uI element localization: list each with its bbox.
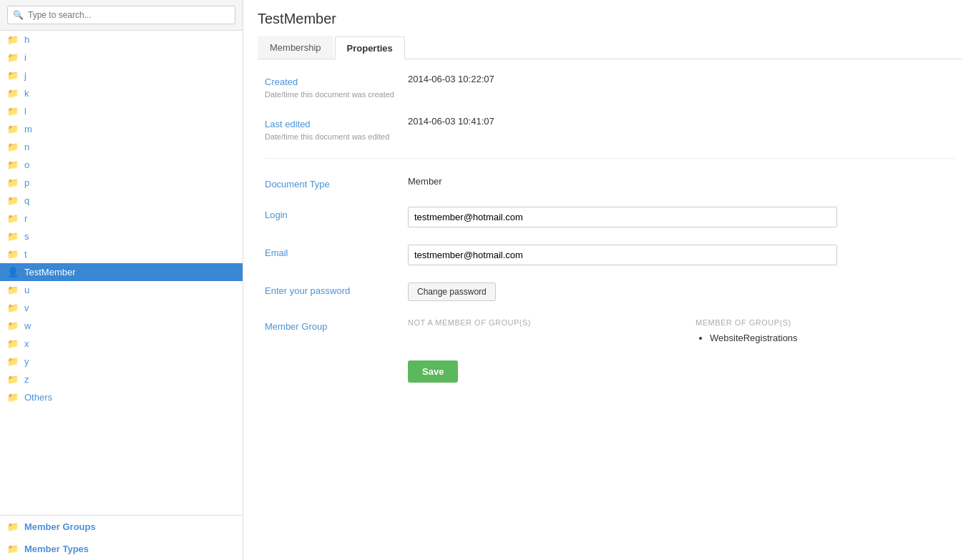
field-document-type: Document Type Member (265, 176, 955, 190)
sidebar-item-m[interactable]: 📁m (0, 120, 243, 138)
field-email: Email (265, 245, 955, 265)
sidebar-item-testmember[interactable]: 👤TestMember (0, 263, 243, 281)
not-member-column: NOT A MEMBER OF GROUP(S) (408, 318, 667, 343)
last-edited-value: 2014-06-03 10:41:07 (408, 116, 955, 127)
sidebar-item-x[interactable]: 📁x (0, 335, 243, 353)
field-created: Created Date/time this document was crea… (265, 74, 955, 99)
folder-icon: 📁 (7, 177, 19, 188)
tabs: Membership Properties (258, 36, 962, 59)
member-column: MEMBER OF GROUP(S) WebsiteRegistrations (696, 318, 955, 343)
sidebar-item-label: i (24, 52, 26, 63)
email-label: Email (265, 247, 408, 258)
sidebar-item-label: p (24, 177, 29, 188)
sidebar-item-s[interactable]: 📁s (0, 227, 243, 245)
sidebar-item-label: s (24, 231, 29, 242)
not-member-title: NOT A MEMBER OF GROUP(S) (408, 318, 667, 327)
folder-icon: 📁 (7, 88, 19, 99)
sidebar-item-label: z (24, 374, 29, 385)
login-label: Login (265, 210, 408, 220)
sidebar-item-others[interactable]: 📁Others (0, 388, 243, 406)
created-label: Created (265, 77, 408, 87)
folder-icon: 📁 (7, 52, 19, 63)
sidebar-item-y[interactable]: 📁y (0, 353, 243, 370)
sidebar-item-label: TestMember (24, 267, 76, 277)
last-edited-label: Last edited (265, 119, 408, 129)
folder-icon: 📁 (7, 544, 19, 554)
sidebar-item-label: Others (24, 392, 52, 403)
member-group-item: WebsiteRegistrations (710, 333, 955, 343)
folder-icon: 📁 (7, 195, 19, 206)
search-container: 🔍 (0, 0, 243, 31)
change-password-button[interactable]: Change password (408, 283, 496, 301)
sidebar-item-label: q (24, 195, 29, 206)
sidebar-item-h[interactable]: 📁h (0, 31, 243, 49)
document-type-value: Member (408, 176, 955, 187)
member-group-label: Member Group (265, 321, 408, 332)
folder-icon: 📁 (7, 320, 19, 331)
sidebar-item-l[interactable]: 📁l (0, 102, 243, 120)
sidebar-item-label: v (24, 303, 29, 313)
sidebar-item-w[interactable]: 📁w (0, 317, 243, 335)
folder-icon: 📁 (7, 374, 19, 385)
sidebar-section-member-types[interactable]: 📁 Member Types (0, 538, 243, 560)
sidebar-item-j[interactable]: 📁j (0, 67, 243, 84)
last-edited-sublabel: Date/time this document was edited (265, 132, 408, 141)
folder-icon: 📁 (7, 231, 19, 242)
sidebar-item-label: o (24, 159, 29, 170)
folder-icon: 📁 (7, 159, 19, 170)
sidebar-section-member-groups-label: Member Groups (24, 521, 96, 532)
search-input[interactable] (7, 6, 235, 24)
folder-icon: 📁 (7, 285, 19, 295)
sidebar-item-label: h (24, 34, 29, 45)
sidebar-item-label: u (24, 285, 29, 295)
folder-icon: 📁 (7, 303, 19, 313)
tab-properties[interactable]: Properties (335, 36, 405, 59)
field-login: Login (265, 207, 955, 227)
search-icon: 🔍 (13, 10, 24, 20)
folder-icon: 📁 (7, 213, 19, 224)
sidebar-item-o[interactable]: 📁o (0, 156, 243, 174)
sidebar: 🔍 📁h📁i📁j📁k📁l📁m📁n📁o📁p📁q📁r📁s📁t👤TestMember📁… (0, 0, 243, 560)
sidebar-item-i[interactable]: 📁i (0, 49, 243, 67)
email-input[interactable] (408, 245, 837, 265)
folder-icon: 📁 (7, 106, 19, 117)
created-value: 2014-06-03 10:22:07 (408, 74, 955, 84)
sidebar-item-k[interactable]: 📁k (0, 84, 243, 102)
member-title: MEMBER OF GROUP(S) (696, 318, 955, 327)
sidebar-item-r[interactable]: 📁r (0, 210, 243, 227)
sidebar-item-label: r (24, 213, 27, 224)
sidebar-section-member-types-label: Member Types (24, 544, 89, 554)
sidebar-item-label: l (24, 106, 26, 117)
sidebar-item-label: x (24, 338, 29, 349)
sidebar-item-q[interactable]: 📁q (0, 192, 243, 210)
sidebar-item-u[interactable]: 📁u (0, 281, 243, 299)
sidebar-item-p[interactable]: 📁p (0, 174, 243, 192)
sidebar-item-n[interactable]: 📁n (0, 138, 243, 156)
sidebar-item-label: y (24, 356, 29, 367)
folder-icon: 📁 (7, 70, 19, 81)
sidebar-item-label: w (24, 320, 31, 331)
save-button[interactable]: Save (408, 360, 458, 383)
folder-icon: 📁 (7, 356, 19, 367)
sidebar-item-label: j (24, 70, 26, 81)
document-type-label: Document Type (265, 179, 408, 190)
sidebar-item-z[interactable]: 📁z (0, 370, 243, 388)
folder-icon: 📁 (7, 124, 19, 134)
sidebar-item-t[interactable]: 📁t (0, 245, 243, 263)
page-header: TestMember Membership Properties (243, 0, 976, 59)
login-input[interactable] (408, 207, 837, 227)
folder-icon: 📁 (7, 142, 19, 152)
folder-icon: 📁 (7, 521, 19, 532)
sidebar-item-label: m (24, 124, 32, 134)
member-group-list: WebsiteRegistrations (696, 333, 955, 343)
folder-icon: 📁 (7, 34, 19, 45)
sidebar-item-label: k (24, 88, 29, 99)
tab-membership[interactable]: Membership (258, 36, 333, 59)
sidebar-section-member-groups[interactable]: 📁 Member Groups (0, 516, 243, 538)
sidebar-item-v[interactable]: 📁v (0, 299, 243, 317)
field-last-edited: Last edited Date/time this document was … (265, 116, 955, 141)
sidebar-bottom: 📁 Member Groups 📁 Member Types (0, 515, 243, 560)
folder-icon: 📁 (7, 338, 19, 349)
folder-icon: 📁 (7, 392, 19, 403)
folder-icon: 📁 (7, 249, 19, 260)
